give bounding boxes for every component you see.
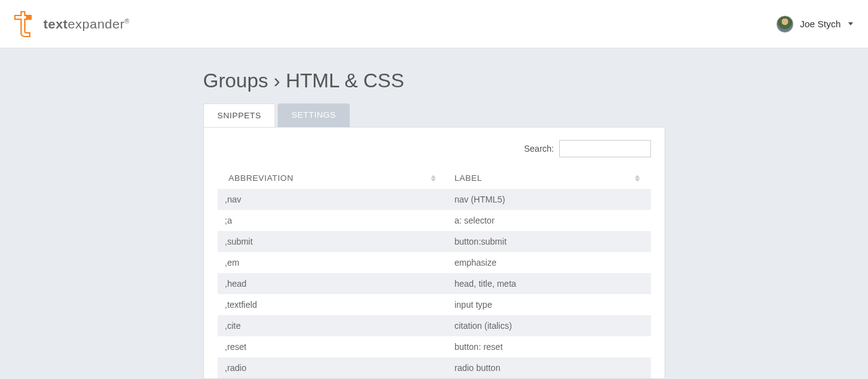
cell-abbreviation: ,reset [218,336,447,357]
snippets-table: ABBREVIATION LABEL ,navnav (HTML5);aa: s… [218,167,651,378]
table-row[interactable]: ,submitbutton:submit [218,231,651,252]
table-row[interactable]: ,radioradio button [218,357,651,378]
page-title: Groups › HTML & CSS [203,69,665,92]
avatar [776,15,794,33]
table-row[interactable]: ,citecitation (italics) [218,315,651,336]
breadcrumb-separator: › [273,69,280,92]
panel: Search: ABBREVIATION LABEL [203,127,665,379]
cell-abbreviation: ,cite [218,315,447,336]
sort-icon [635,175,640,181]
cell-label: a: selector [447,210,651,231]
cell-abbreviation: ,nav [218,189,447,210]
cell-abbreviation: ,radio [218,357,447,378]
cell-label: button:submit [447,231,651,252]
tab-snippets[interactable]: SNIPPETS [203,103,276,127]
user-menu[interactable]: Joe Stych [776,15,853,33]
cell-abbreviation: ,head [218,273,447,294]
table-row[interactable]: ,resetbutton: reset [218,336,651,357]
search-input[interactable] [559,140,651,157]
cell-label: input type [447,294,651,315]
tabs: SNIPPETS SETTINGS [203,103,665,127]
chevron-down-icon [848,22,853,25]
table-row[interactable]: ;aa: selector [218,210,651,231]
cell-label: citation (italics) [447,315,651,336]
search-label: Search: [524,144,554,154]
cell-label: radio button [447,357,651,378]
table-row[interactable]: ,ememphasize [218,252,651,273]
brand-text: textexpander® [43,17,130,32]
cell-abbreviation: ,em [218,252,447,273]
tab-settings[interactable]: SETTINGS [278,103,350,127]
search-row: Search: [218,140,651,157]
table-row[interactable]: ,headhead, title, meta [218,273,651,294]
top-header: textexpander® Joe Stych [0,0,868,48]
col-header-abbreviation[interactable]: ABBREVIATION [218,167,447,189]
cell-abbreviation: ,textfield [218,294,447,315]
col-header-label[interactable]: LABEL [447,167,651,189]
cell-label: nav (HTML5) [447,189,651,210]
textexpander-logo-icon [12,9,36,39]
table-row[interactable]: ,navnav (HTML5) [218,189,651,210]
breadcrumb-current: HTML & CSS [286,69,404,92]
breadcrumb-groups[interactable]: Groups [203,69,268,92]
sort-icon [431,175,436,181]
cell-label: emphasize [447,252,651,273]
cell-label: head, title, meta [447,273,651,294]
user-name: Joe Stych [800,19,841,29]
cell-abbreviation: ,submit [218,231,447,252]
table-row[interactable]: ,textfieldinput type [218,294,651,315]
cell-label: button: reset [447,336,651,357]
cell-abbreviation: ;a [218,210,447,231]
logo-area[interactable]: textexpander® [12,9,130,39]
